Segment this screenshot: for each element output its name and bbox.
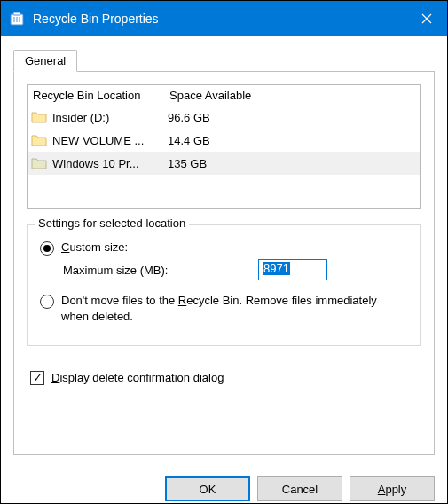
ok-button[interactable]: OK — [165, 476, 250, 501]
checkbox-display-confirmation[interactable] — [30, 371, 44, 385]
radio-custom-size-row: Custom size: — [36, 240, 412, 256]
list-row[interactable]: NEW VOLUME ... 14.4 GB — [28, 129, 420, 152]
maxsize-input[interactable]: 8971 — [258, 259, 327, 280]
header-location[interactable]: Recycle Bin Location — [33, 89, 169, 102]
row-name: Windows 10 Pr... — [52, 157, 168, 170]
client-area: General Recycle Bin Location Space Avail… — [1, 36, 447, 466]
maxsize-row: Maximum size (MB): 8971 — [63, 259, 412, 280]
window-title: Recycle Bin Properties — [33, 12, 406, 26]
checkbox-display-confirmation-label[interactable]: Display delete confirmation dialog — [51, 371, 224, 384]
apply-button[interactable]: Apply — [350, 476, 435, 501]
folder-icon — [31, 155, 47, 171]
list-row[interactable]: Windows 10 Pr... 135 GB — [28, 152, 420, 175]
settings-fieldset: Settings for selected location Custom si… — [27, 224, 421, 346]
row-space: 135 GB — [168, 157, 207, 170]
maxsize-label: Maximum size (MB): — [63, 264, 258, 277]
close-button[interactable] — [406, 1, 447, 36]
header-space[interactable]: Space Available — [169, 89, 415, 102]
recycle-bin-icon — [8, 10, 26, 28]
titlebar[interactable]: Recycle Bin Properties — [1, 1, 447, 36]
radio-dont-move-label[interactable]: Don't move files to the Recycle Bin. Rem… — [61, 293, 412, 325]
tabstrip: General — [13, 47, 435, 72]
settings-legend: Settings for selected location — [35, 217, 189, 230]
cancel-button[interactable]: Cancel — [257, 476, 342, 501]
confirm-row: Display delete confirmation dialog — [30, 371, 421, 385]
radio-dont-move[interactable] — [40, 295, 54, 309]
folder-icon — [31, 132, 47, 148]
row-space: 96.6 GB — [168, 111, 210, 124]
svg-rect-1 — [13, 12, 20, 15]
list-header: Recycle Bin Location Space Available — [28, 85, 420, 106]
location-list[interactable]: Recycle Bin Location Space Available Ins… — [27, 84, 421, 209]
row-name: Insider (D:) — [52, 111, 168, 124]
radio-custom-size-label[interactable]: Custom size: — [61, 240, 133, 256]
folder-icon — [31, 109, 47, 125]
row-name: NEW VOLUME ... — [52, 134, 168, 147]
list-row[interactable]: Insider (D:) 96.6 GB — [28, 106, 420, 129]
radio-dont-move-row: Don't move files to the Recycle Bin. Rem… — [36, 293, 412, 325]
tab-panel-general: Recycle Bin Location Space Available Ins… — [13, 72, 435, 455]
radio-custom-size[interactable] — [40, 241, 54, 256]
tab-general[interactable]: General — [13, 50, 77, 72]
row-space: 14.4 GB — [168, 134, 210, 147]
button-row: OK Cancel Apply — [1, 466, 447, 501]
